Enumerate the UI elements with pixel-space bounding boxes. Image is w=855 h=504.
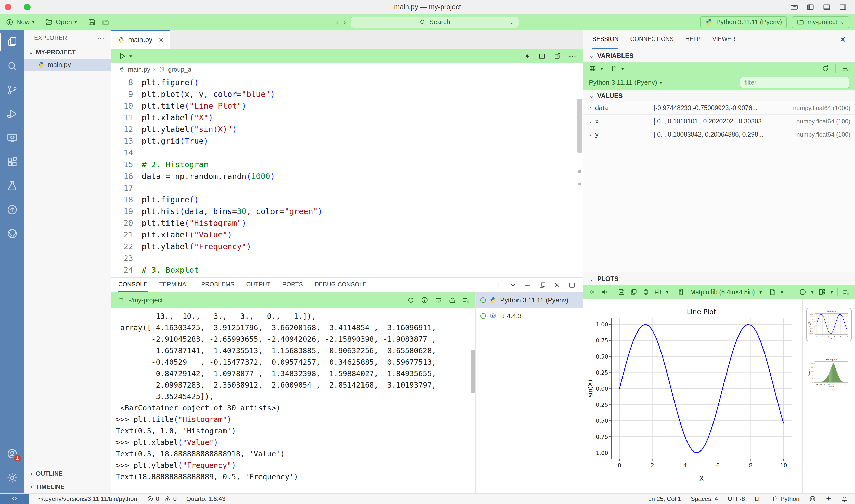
chevron-down-icon[interactable] (509, 281, 517, 289)
console-output[interactable]: 13., 10., 3., 3., 0., 1.]), array([-4.16… (111, 308, 476, 493)
session-panel-tab[interactable]: VIEWER (712, 30, 735, 49)
grid-view-icon[interactable] (589, 65, 596, 72)
chevron-down-icon[interactable]: ▾ (760, 289, 762, 295)
sidebar-section-header[interactable]: › OUTLINE (24, 467, 111, 480)
clear-plots-icon[interactable] (842, 288, 850, 296)
theme-circle-icon[interactable] (799, 288, 806, 296)
next-plot-icon[interactable] (601, 288, 608, 296)
activity-bar-item[interactable] (0, 126, 24, 150)
minimize-icon[interactable] (524, 281, 532, 289)
run-file-button[interactable] (118, 52, 126, 60)
layout-sidebar-left-icon[interactable] (806, 3, 815, 12)
status-cursor-position[interactable]: Ln 25, Col 1 (648, 495, 681, 502)
restart-icon[interactable] (407, 296, 415, 304)
fit-plot-icon[interactable] (642, 288, 650, 296)
session-panel-tab[interactable]: SESSION (592, 30, 619, 49)
status-language-mode[interactable]: Python (771, 495, 799, 502)
export-icon[interactable] (448, 296, 456, 304)
more-actions-icon[interactable]: ⋯ (97, 34, 105, 42)
project-root-item[interactable]: ⌄ MY-PROJECT (24, 46, 111, 59)
status-interpreter-path[interactable]: ~/.pyenv/versions/3.11.11/bin/python (38, 495, 137, 502)
plot-size-ruler-icon[interactable] (678, 288, 685, 296)
chevron-down-icon[interactable]: ▾ (666, 289, 669, 295)
variable-row[interactable]: › data [-0.97448233,-0.75009923,-0.9076.… (583, 102, 855, 115)
close-tab-icon[interactable]: ✕ (159, 36, 164, 43)
assistant-sparkle-icon[interactable]: ✦ (524, 52, 531, 61)
settings-button[interactable] (0, 466, 24, 490)
editor-scrollbar[interactable] (577, 99, 582, 152)
clear-icon[interactable] (462, 296, 470, 304)
variable-row[interactable]: › y [ 0. , 0.10083842, 0.20064886, 0.298… (583, 128, 855, 141)
plot-thumbnail-histogram[interactable]: -4-3-2-10123020406080100HistogramValueFr… (806, 356, 852, 389)
status-eol[interactable]: LF (754, 495, 762, 502)
more-actions-icon[interactable]: ⋯ (569, 52, 576, 61)
refresh-icon[interactable] (822, 65, 829, 72)
activity-bar-item[interactable] (0, 30, 24, 54)
session-panel-tab[interactable]: CONNECTIONS (630, 30, 674, 49)
chevron-down-icon[interactable]: ▾ (622, 66, 624, 72)
variables-interpreter-label[interactable]: Python 3.11.11 (Pyenv) (589, 78, 657, 86)
layout-panel-bottom-icon[interactable] (822, 3, 831, 12)
chevron-down-icon[interactable]: ▾ (601, 66, 603, 72)
open-button[interactable]: Open ▾ (45, 18, 77, 26)
restore-icon[interactable] (539, 281, 546, 289)
chevron-down-icon[interactable]: ▾ (660, 79, 662, 85)
status-indentation[interactable]: Spaces: 4 (691, 495, 718, 502)
copy-plot-icon[interactable] (630, 288, 638, 296)
close-panel-icon[interactable]: ✕ (840, 35, 846, 44)
plus-icon[interactable] (494, 281, 502, 289)
close-icon[interactable] (553, 281, 561, 289)
status-quarto[interactable]: Quarto: 1.6.43 (186, 495, 225, 502)
panel-tab[interactable]: TERMINAL (159, 278, 190, 292)
layout-sidebar-right-icon[interactable] (839, 3, 847, 12)
project-selector-button[interactable]: my-project ⌄ (791, 16, 849, 28)
status-encoding[interactable]: UTF-8 (728, 495, 745, 502)
panel-tab[interactable]: PROBLEMS (201, 278, 234, 292)
split-editor-icon[interactable] (538, 52, 546, 60)
save-plot-icon[interactable] (618, 288, 625, 296)
export-plot-icon[interactable] (769, 288, 776, 296)
console-session-item[interactable]: R R 4.4.3 (476, 308, 583, 324)
chevron-down-icon[interactable]: ▾ (811, 289, 814, 295)
session-panel-tab[interactable]: HELP (685, 30, 700, 49)
sort-icon[interactable] (610, 65, 618, 72)
previous-plot-icon[interactable] (588, 288, 596, 296)
search-input[interactable]: Search ⌄ (351, 17, 519, 28)
open-in-new-icon[interactable] (553, 52, 561, 60)
accounts-button[interactable]: 1 (0, 442, 24, 466)
close-window-button[interactable] (5, 4, 11, 11)
status-problems[interactable]: 0 0 (147, 495, 177, 502)
save-button[interactable] (87, 18, 96, 26)
editor-tab-main-py[interactable]: main.py ✕ (111, 30, 170, 49)
nav-forward-icon[interactable]: › (343, 18, 346, 26)
breadcrumb[interactable]: main.py › group_a (111, 63, 583, 75)
zoom-window-button[interactable] (24, 4, 31, 11)
code-editor[interactable]: 8 plt.figure() 9 plt.plot(x, y, color="b… (111, 75, 583, 277)
plot-size-label[interactable]: Matplotlib (6.4in×4.8in) (690, 288, 755, 296)
values-section-header[interactable]: ⌄ VALUES (583, 90, 855, 102)
activity-bar-item[interactable] (0, 222, 24, 246)
fit-label[interactable]: Fit (654, 288, 661, 296)
thumbnails-layout-icon[interactable] (818, 288, 826, 296)
activity-bar-item[interactable] (0, 198, 24, 222)
word-wrap-icon[interactable] (435, 296, 442, 304)
variable-row[interactable]: › x [ 0. , 0.1010101 , 0.2020202 , 0.303… (583, 115, 855, 128)
sidebar-section-header[interactable]: › TIMELINE (24, 480, 111, 493)
plots-section-header[interactable]: ⌄ PLOTS (583, 272, 855, 285)
plot-thumbnail-line[interactable]: 0246810−1.00−0.75−0.50−0.250.000.250.500… (806, 308, 852, 341)
panel-tab[interactable]: DEBUG CONSOLE (315, 278, 367, 292)
info-icon[interactable] (421, 296, 429, 304)
chevron-down-icon[interactable]: ▾ (830, 289, 833, 295)
feedback-icon[interactable] (809, 495, 816, 502)
activity-bar-item[interactable] (0, 78, 24, 102)
save-all-button[interactable] (101, 18, 110, 26)
remote-indicator[interactable] (0, 493, 29, 504)
activity-bar-item[interactable] (0, 54, 24, 78)
interpreter-selector-button[interactable]: Python 3.11.11 (Pyenv) (700, 16, 787, 28)
console-session-item[interactable]: Python 3.11.11 (Pyenv) (476, 292, 583, 308)
activity-bar-item[interactable] (0, 102, 24, 126)
chevron-down-icon[interactable]: ▾ (781, 289, 783, 295)
panel-tab[interactable]: PORTS (282, 278, 303, 292)
console-scrollbar[interactable] (470, 349, 475, 393)
clear-variables-icon[interactable] (842, 65, 849, 72)
